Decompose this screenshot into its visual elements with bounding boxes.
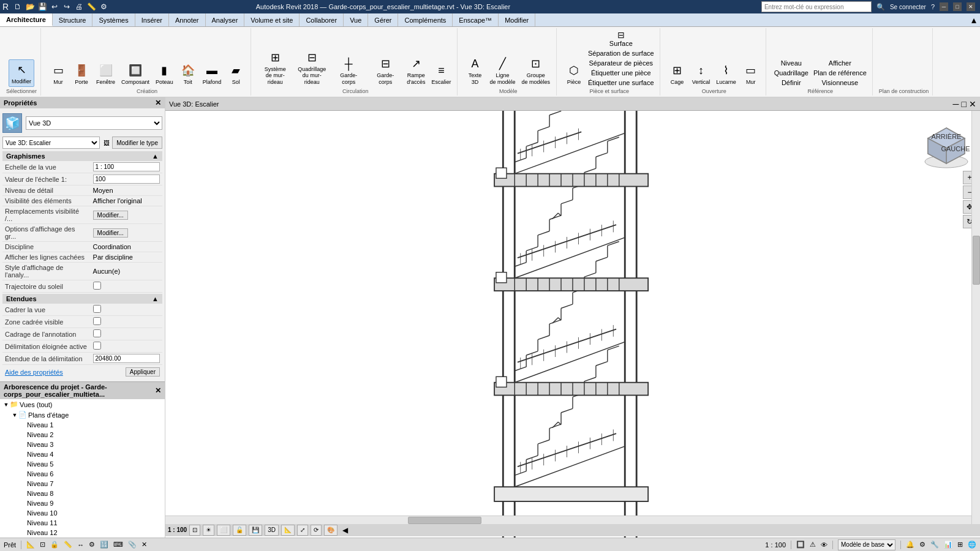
- search-input[interactable]: [761, 1, 872, 12]
- perspective-btn[interactable]: 📐: [281, 525, 295, 536]
- status-icon6[interactable]: ⚙: [89, 541, 95, 549]
- modify-type-btn[interactable]: Modifier le type: [112, 137, 162, 149]
- notification-icon5[interactable]: ⊞: [957, 541, 963, 549]
- definir-btn[interactable]: Définir: [772, 78, 810, 87]
- tab-vue[interactable]: Vue: [344, 13, 368, 26]
- prop-input-valeur-echelle[interactable]: [93, 174, 160, 184]
- prop-input-etendue[interactable]: [93, 354, 160, 363]
- composant-btn[interactable]: 🔲 Composant: [119, 61, 152, 87]
- modifier-visibilite-btn[interactable]: Modifier...: [93, 211, 128, 220]
- model-type-select[interactable]: Modèle de base: [838, 539, 895, 550]
- lucarne-btn[interactable]: ⌇ Lucarne: [714, 61, 739, 87]
- sign-in-btn[interactable]: Se connecter: [890, 4, 926, 10]
- measure-btn[interactable]: 📏: [86, 1, 97, 12]
- render-btn[interactable]: 🎨: [324, 525, 337, 536]
- meneau-btn[interactable]: ┼ Garde-corps: [331, 54, 366, 87]
- tree-niveau7[interactable]: Niveau 7: [17, 479, 165, 489]
- plafond-btn[interactable]: ▬ Plafond: [200, 61, 224, 87]
- status-selector-icon[interactable]: 🔲: [796, 541, 805, 549]
- separateur-pieces-btn[interactable]: Séparateur de pièces: [586, 59, 656, 67]
- tree-niveau2[interactable]: Niveau 2: [17, 430, 165, 440]
- porte-btn[interactable]: 🚪 Porte: [70, 61, 92, 87]
- aide-proprietes-link[interactable]: Aide des propriétés: [5, 369, 63, 376]
- notification-icon6[interactable]: 🌐: [968, 541, 976, 549]
- unlock-btn[interactable]: 🔓: [233, 525, 246, 536]
- plan-reference-btn[interactable]: Plan de référence: [812, 69, 869, 77]
- viewport-minimize-btn[interactable]: ─: [953, 99, 959, 109]
- tab-collaborer[interactable]: Collaborer: [300, 13, 344, 26]
- mur-ouv-btn[interactable]: ▭ Mur: [740, 61, 762, 87]
- groupe-modeles-btn[interactable]: ⊡ Groupede modèles: [519, 54, 552, 87]
- status-icon3[interactable]: 🔒: [50, 541, 59, 549]
- modifier-affichage-btn[interactable]: Modifier...: [93, 228, 128, 238]
- tree-niveau8[interactable]: Niveau 8: [17, 489, 165, 498]
- tree-niveau5[interactable]: Niveau 5: [17, 459, 165, 469]
- tree-niveau4[interactable]: Niveau 4: [17, 449, 165, 459]
- tree-niveau12[interactable]: Niveau 12: [17, 528, 165, 538]
- ribbon-expand-btn[interactable]: ▴: [968, 13, 980, 26]
- maximize-btn[interactable]: □: [953, 2, 962, 11]
- status-icon5[interactable]: ↔: [77, 541, 84, 549]
- hidden-line-btn[interactable]: ⊡: [189, 525, 200, 536]
- mur-btn[interactable]: ▭ Mur: [47, 61, 69, 87]
- tab-modifier[interactable]: Modifier: [499, 13, 535, 26]
- print-btn[interactable]: 🖨: [74, 1, 85, 12]
- prop-checkbox-cadrage-annotation[interactable]: [93, 329, 101, 337]
- cage-btn[interactable]: ⊞ Cage: [666, 61, 688, 87]
- horizontal-scroll-thumb[interactable]: [408, 517, 481, 524]
- apply-btn[interactable]: Appliquer: [126, 367, 160, 377]
- open-btn[interactable]: 📂: [24, 1, 36, 12]
- undo-btn[interactable]: ↩: [49, 1, 60, 12]
- surface-btn[interactable]: ⊟ Surface: [586, 29, 656, 48]
- help-btn[interactable]: ?: [931, 3, 935, 10]
- controls-arrow[interactable]: ◀: [342, 526, 348, 534]
- horizontal-scrollbar[interactable]: [165, 515, 971, 524]
- prop-checkbox-soleil[interactable]: [93, 282, 101, 290]
- status-icon1[interactable]: 📐: [26, 541, 35, 549]
- tree-niveau9[interactable]: Niveau 9: [17, 498, 165, 508]
- vertical-scrollbar[interactable]: [971, 111, 980, 524]
- prop-input-echelle[interactable]: [93, 162, 160, 171]
- tree-niveau3[interactable]: Niveau 3: [17, 440, 165, 449]
- tab-annoter[interactable]: Annoter: [169, 13, 206, 26]
- tab-complements[interactable]: Compléments: [398, 13, 453, 26]
- status-icon2[interactable]: ⊡: [40, 541, 45, 549]
- etiquetter-surface-btn[interactable]: Étiquetter une surface: [586, 78, 656, 87]
- prop-checkbox-zone-cadree[interactable]: [93, 317, 101, 325]
- prop-type-select[interactable]: Vue 3D: [26, 116, 162, 130]
- fenetre-btn[interactable]: ⬜ Fenêtre: [94, 61, 118, 87]
- piece-btn[interactable]: ⬡ Pièce: [563, 61, 585, 87]
- notification-icon2[interactable]: ⚙: [919, 541, 925, 549]
- rampe-acces-btn[interactable]: ↗ Ramped'accès: [404, 54, 428, 87]
- tab-structure[interactable]: Structure: [53, 13, 93, 26]
- show-crop-btn[interactable]: ⬜: [217, 525, 230, 536]
- save-btn[interactable]: 💾: [37, 1, 48, 12]
- poteau-btn[interactable]: ▮ Poteau: [153, 61, 176, 87]
- tab-architecture[interactable]: Architecture: [0, 13, 53, 26]
- tab-volume-site[interactable]: Volume et site: [244, 13, 300, 26]
- view-cube[interactable]: ARRIÈRE GAUCHE: [919, 116, 974, 171]
- afficher-btn[interactable]: Afficher: [812, 59, 869, 67]
- modifier-btn[interactable]: ↖ Modifier: [9, 59, 34, 87]
- niveau-btn[interactable]: Niveau: [772, 59, 810, 67]
- status-icon7[interactable]: 🔢: [100, 541, 108, 549]
- tree-plans-etage[interactable]: ▼ 📄 Plans d'étage: [9, 410, 165, 420]
- browser-close-btn[interactable]: ✕: [155, 386, 161, 395]
- systeme-mur-rideau-btn[interactable]: ⊞ Systèmede mur-rideau: [257, 48, 293, 87]
- sync-btn[interactable]: ⟳: [311, 525, 322, 536]
- viewport-close-btn[interactable]: ✕: [969, 99, 976, 109]
- tab-inserer[interactable]: Insérer: [135, 13, 169, 26]
- visionneuse-btn[interactable]: Visionneuse: [812, 78, 869, 87]
- status-icon4[interactable]: 📏: [64, 541, 72, 549]
- tree-niveau11[interactable]: Niveau 11: [17, 518, 165, 528]
- viewport-maximize-btn[interactable]: □: [962, 99, 967, 109]
- quadrillage-mur-rideau-btn[interactable]: ⊟ Quadrillagedu mur-rideau: [294, 48, 330, 87]
- tab-gerer[interactable]: Gérer: [368, 13, 398, 26]
- toit-btn[interactable]: 🏠 Toit: [177, 61, 199, 87]
- prop-checkbox-cadrer[interactable]: [93, 305, 101, 313]
- redo-btn[interactable]: ↪: [61, 1, 72, 12]
- tree-vues[interactable]: ▼ 📁 Vues (tout): [0, 399, 165, 410]
- zoom-fit-btn[interactable]: ⤢: [297, 525, 308, 536]
- graphismes-section-header[interactable]: Graphismes ▲: [2, 151, 162, 161]
- properties-close-btn[interactable]: ✕: [155, 99, 161, 107]
